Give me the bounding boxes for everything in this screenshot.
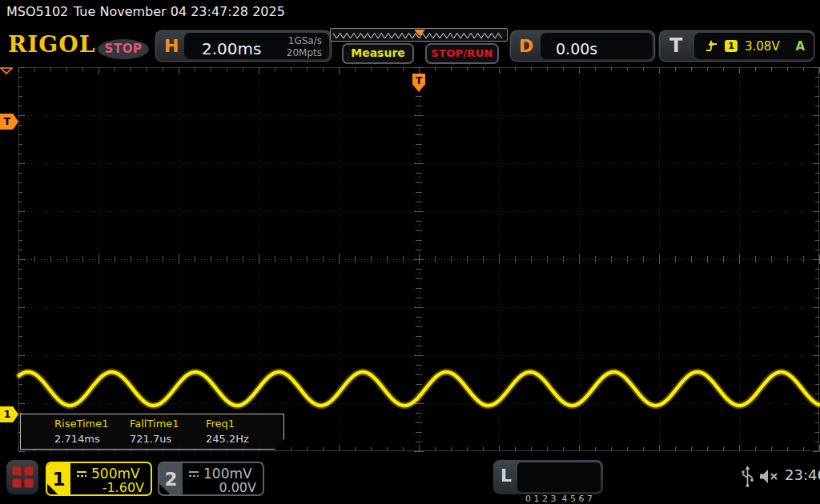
toolbar: RIGOL STOP H 2.00ms 1GSa/s 20Mpts Measur… bbox=[0, 24, 820, 67]
waveform-display: T T 1 RiseTime1 FallTime1 Freq1 2.714ms … bbox=[0, 67, 820, 452]
logic-row1: 0 1 2 3 4 5 6 7 bbox=[517, 492, 601, 504]
measurement-value: 2.714ms bbox=[54, 433, 100, 445]
measurement-name: FallTime1 bbox=[130, 418, 179, 430]
horizontal-inner: 2.00ms 1GSa/s 20Mpts bbox=[184, 33, 329, 59]
model-name: MSO5102 bbox=[6, 0, 68, 24]
menu-grid-icon bbox=[12, 466, 22, 476]
horizontal-label: H bbox=[164, 36, 179, 56]
channel1-offset: -1.60V bbox=[102, 480, 144, 495]
measurement-name: RiseTime1 bbox=[54, 418, 109, 430]
system-datetime: Tue November 04 23:47:28 2025 bbox=[74, 0, 285, 24]
trigger-source-badge: 1 bbox=[725, 40, 738, 52]
trigger-sweep-mode: A bbox=[795, 39, 814, 54]
memory-depth: 20Mpts bbox=[287, 47, 322, 59]
rigol-logo: RIGOL bbox=[8, 31, 95, 58]
menu-grid-icon bbox=[24, 466, 34, 476]
channel2-offset: 0.00V bbox=[219, 480, 256, 495]
waveform-preview-strip[interactable] bbox=[330, 28, 508, 42]
graticule bbox=[0, 67, 820, 452]
bottom-bar: 1 500mV -1.60V 2 100mV 0.00V L 0 1 2 bbox=[0, 452, 820, 504]
dc-coupling-icon bbox=[76, 470, 87, 478]
channel1-status-box[interactable]: 1 500mV -1.60V bbox=[46, 462, 152, 496]
delay-inner: 0.00s bbox=[541, 33, 653, 59]
menu-grid-button[interactable] bbox=[6, 460, 38, 494]
channel2-scale: 100mV bbox=[203, 466, 252, 482]
logic-label: L bbox=[500, 466, 512, 486]
oscilloscope-screen: MSO5102 Tue November 04 23:47:28 2025 RI… bbox=[0, 0, 820, 504]
run-state-indicator[interactable]: STOP bbox=[98, 39, 149, 59]
trigger-level-value: 3.08V bbox=[745, 39, 780, 54]
delay-label: D bbox=[519, 36, 533, 56]
trigger-inner: 1 3.08V A bbox=[694, 33, 814, 59]
horizontal-panel[interactable]: H 2.00ms 1GSa/s 20Mpts bbox=[155, 30, 332, 62]
measurement-panel[interactable]: RiseTime1 FallTime1 Freq1 2.714ms 721.7u… bbox=[20, 414, 284, 450]
measure-button[interactable]: Measure bbox=[342, 43, 414, 64]
clock: 23:46 bbox=[785, 466, 820, 483]
status-bar: MSO5102 Tue November 04 23:47:28 2025 bbox=[0, 0, 820, 24]
rising-edge-icon bbox=[705, 39, 718, 53]
preview-trigger-marker-icon bbox=[331, 29, 507, 41]
delay-value: 0.00s bbox=[556, 40, 597, 58]
menu-grid-icon bbox=[12, 478, 22, 488]
timebase-value: 2.00ms bbox=[202, 39, 261, 58]
logic-channel-list: 0 1 2 3 4 5 6 7 8 9 1011 12131415 bbox=[517, 462, 601, 492]
trigger-label: T bbox=[669, 34, 682, 57]
acquisition-info: 1GSa/s 20Mpts bbox=[287, 35, 322, 59]
stop-run-button[interactable]: STOP/RUN bbox=[425, 43, 499, 64]
measurement-value: 721.7us bbox=[130, 433, 171, 445]
speaker-muted-icon bbox=[759, 468, 781, 486]
trigger-position-triangle-icon bbox=[0, 67, 13, 74]
measurement-value: 245.2Hz bbox=[206, 433, 249, 445]
trigger-panel[interactable]: T 1 3.08V A bbox=[658, 30, 815, 62]
channel1-number: 1 bbox=[47, 463, 70, 494]
channel2-number: 2 bbox=[159, 463, 183, 494]
channel1-scale: 500mV bbox=[91, 466, 140, 482]
sample-rate: 1GSa/s bbox=[287, 35, 322, 47]
measurement-name: Freq1 bbox=[206, 418, 235, 430]
delay-panel[interactable]: D 0.00s bbox=[509, 30, 656, 62]
channel2-status-box[interactable]: 2 100mV 0.00V bbox=[158, 462, 264, 496]
usb-icon bbox=[741, 466, 754, 488]
menu-grid-icon bbox=[24, 478, 34, 488]
logic-channels-box[interactable]: L 0 1 2 3 4 5 6 7 8 9 1011 12131415 bbox=[493, 460, 603, 494]
dc-coupling-icon bbox=[188, 470, 199, 478]
